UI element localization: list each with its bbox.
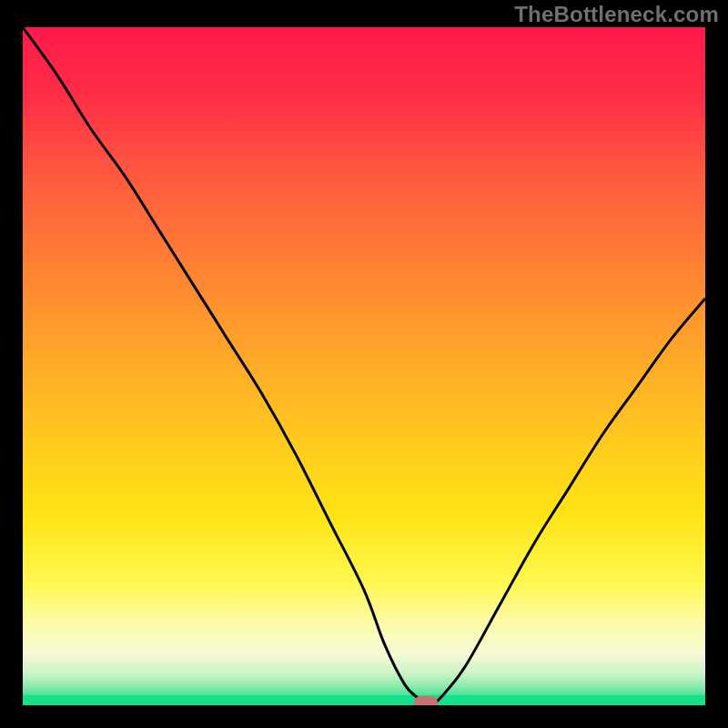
watermark-text: TheBottleneck.com xyxy=(514,2,719,27)
chart-area xyxy=(23,27,705,705)
optimum-marker xyxy=(414,696,438,705)
bottleneck-curve xyxy=(23,27,705,705)
